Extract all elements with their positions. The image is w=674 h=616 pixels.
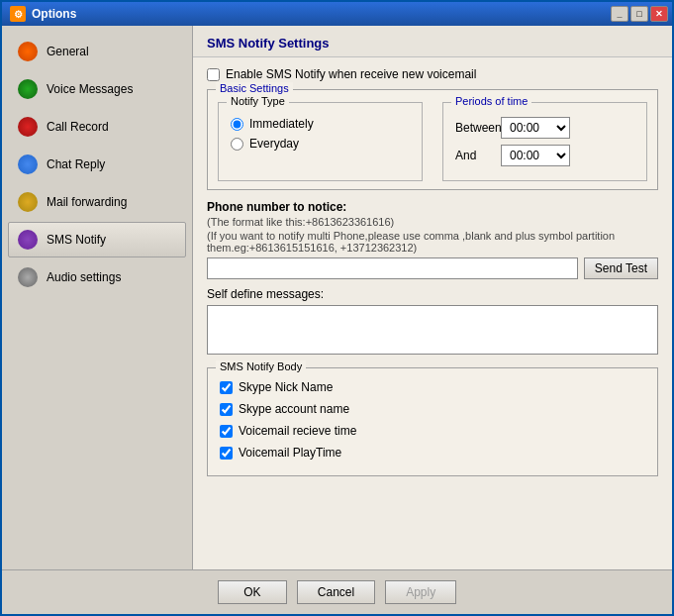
- sidebar-item-mail-forwarding[interactable]: Mail forwarding: [8, 184, 186, 220]
- body-checkbox-1[interactable]: [220, 403, 233, 416]
- sidebar-label-general: General: [47, 45, 89, 58]
- send-test-button[interactable]: Send Test: [584, 257, 658, 279]
- window-title: Options: [32, 7, 76, 21]
- body-checkbox-2[interactable]: [220, 425, 233, 438]
- voice-icon: [17, 78, 39, 100]
- phone-hint1: (The format like this:+8613623361616): [207, 216, 658, 228]
- maximize-button[interactable]: □: [630, 6, 648, 22]
- general-icon: [17, 41, 39, 62]
- options-window: ⚙ Options _ □ ✕ General Voice Messages: [0, 0, 674, 616]
- main-panel: SMS Notify Settings Enable SMS Notify wh…: [192, 26, 672, 569]
- sms-body-inner: Skype Nick Name Skype account name Voice…: [220, 380, 645, 460]
- title-bar-controls: _ □ ✕: [611, 6, 668, 22]
- periods-legend: Periods of time: [451, 95, 531, 107]
- title-bar-text: ⚙ Options: [10, 6, 76, 22]
- sidebar-item-sms-notify[interactable]: SMS Notify: [8, 222, 186, 257]
- immediately-label: Immediately: [249, 117, 314, 131]
- basic-settings-legend: Basic Settings: [216, 82, 293, 94]
- body-checkbox-0[interactable]: [220, 381, 233, 394]
- between-row: Between 00:00: [455, 117, 634, 139]
- and-row: And 00:00: [455, 145, 634, 166]
- sidebar-item-chat-reply[interactable]: Chat Reply: [8, 147, 186, 182]
- body-item-0: Skype Nick Name: [220, 380, 645, 394]
- window-icon: ⚙: [10, 6, 26, 22]
- between-label: Between: [455, 121, 495, 135]
- body-item-1: Skype account name: [220, 402, 645, 416]
- close-button[interactable]: ✕: [650, 6, 668, 22]
- sidebar-label-mail: Mail forwarding: [47, 195, 127, 209]
- footer: OK Cancel Apply: [2, 569, 672, 614]
- panel-header: SMS Notify Settings: [193, 26, 672, 57]
- immediately-row: Immediately: [231, 117, 410, 131]
- sidebar-item-general[interactable]: General: [8, 34, 186, 69]
- panel-content: Enable SMS Notify when receive new voice…: [193, 57, 672, 569]
- window-content: General Voice Messages Call Record Chat …: [2, 26, 672, 569]
- sidebar-item-voice-messages[interactable]: Voice Messages: [8, 71, 186, 107]
- enable-sms-label: Enable SMS Notify when receive new voice…: [226, 67, 476, 81]
- body-label-3: Voicemail PlayTime: [239, 446, 341, 460]
- ok-button[interactable]: OK: [218, 580, 287, 604]
- panel-title: SMS Notify Settings: [207, 36, 330, 51]
- call-icon: [17, 116, 39, 138]
- sidebar: General Voice Messages Call Record Chat …: [2, 26, 192, 569]
- sidebar-label-audio: Audio settings: [47, 270, 121, 284]
- sidebar-item-call-record[interactable]: Call Record: [8, 109, 186, 145]
- sidebar-item-audio-settings[interactable]: Audio settings: [8, 259, 186, 295]
- body-label-0: Skype Nick Name: [239, 380, 333, 394]
- immediately-radio[interactable]: [231, 118, 243, 131]
- sms-icon: [17, 229, 39, 251]
- notify-type-legend: Notify Type: [227, 95, 289, 107]
- everyday-row: Everyday: [231, 137, 410, 151]
- phone-notice-label: Phone number to notice:: [207, 200, 658, 214]
- everyday-radio[interactable]: [231, 138, 243, 151]
- body-label-1: Skype account name: [239, 402, 349, 416]
- phone-section: Phone number to notice: (The format like…: [207, 200, 658, 279]
- self-define-label: Self define messages:: [207, 287, 658, 301]
- everyday-label: Everyday: [249, 137, 299, 151]
- body-label-2: Voicemail recieve time: [239, 424, 356, 438]
- chat-icon: [17, 154, 39, 175]
- between-time-select[interactable]: 00:00: [501, 117, 570, 139]
- sidebar-label-call: Call Record: [47, 120, 109, 134]
- phone-input[interactable]: [207, 257, 578, 279]
- sidebar-label-chat: Chat Reply: [47, 157, 105, 171]
- body-item-3: Voicemail PlayTime: [220, 446, 645, 460]
- sidebar-label-sms: SMS Notify: [47, 233, 106, 247]
- phone-hint2: (If you want to notify multi Phone,pleas…: [207, 230, 658, 254]
- and-time-select[interactable]: 00:00: [501, 145, 570, 166]
- enable-sms-checkbox[interactable]: [207, 68, 220, 81]
- and-label: And: [455, 149, 495, 162]
- basic-settings-inner: Notify Type Immediately Everyday: [218, 102, 647, 181]
- sms-body-legend: SMS Notify Body: [216, 360, 306, 372]
- self-define-textarea[interactable]: [207, 305, 658, 355]
- sms-body-group: SMS Notify Body Skype Nick Name Skype ac…: [207, 367, 658, 476]
- body-item-2: Voicemail recieve time: [220, 424, 645, 438]
- title-bar: ⚙ Options _ □ ✕: [2, 2, 672, 26]
- audio-icon: [17, 266, 39, 288]
- sidebar-label-voice: Voice Messages: [47, 82, 133, 96]
- periods-group: Periods of time Between 00:00 And 00: [442, 102, 647, 181]
- cancel-button[interactable]: Cancel: [297, 580, 375, 604]
- self-define-section: Self define messages:: [207, 287, 658, 358]
- phone-input-row: Send Test: [207, 257, 658, 279]
- enable-sms-row: Enable SMS Notify when receive new voice…: [207, 67, 658, 81]
- basic-settings-group: Basic Settings Notify Type Immediately: [207, 89, 658, 190]
- body-checkbox-3[interactable]: [220, 447, 233, 460]
- notify-type-group: Notify Type Immediately Everyday: [218, 102, 423, 181]
- apply-button[interactable]: Apply: [385, 580, 456, 604]
- minimize-button[interactable]: _: [611, 6, 628, 22]
- mail-icon: [17, 191, 39, 213]
